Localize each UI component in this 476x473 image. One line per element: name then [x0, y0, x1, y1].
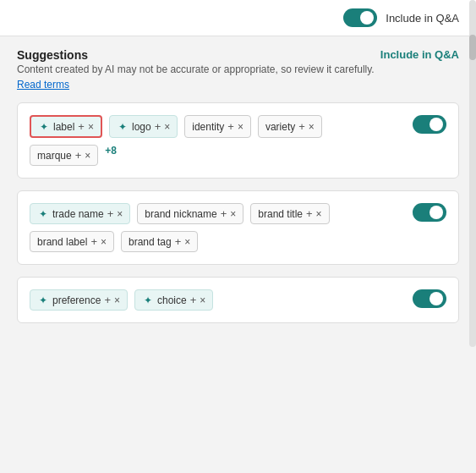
tag-identity-plus[interactable]: +: [227, 120, 234, 133]
tag-brand-label: brand label + ×: [30, 231, 114, 252]
more-badge-card1[interactable]: +8: [105, 145, 117, 166]
suggestions-title: Suggestions: [17, 48, 380, 62]
ai-icon-trade: ✦: [37, 208, 49, 220]
card-3: ✦ preference + × ✦ choice + ×: [17, 277, 459, 323]
tag-brand-nickname-plus[interactable]: +: [221, 207, 227, 220]
column-header: Include in Q&A: [380, 48, 459, 61]
tag-brand-nickname-text: brand nickname: [145, 208, 216, 220]
tag-brand-label-close[interactable]: ×: [101, 236, 107, 248]
top-bar: Include in Q&A: [0, 0, 476, 36]
tag-variety-close[interactable]: ×: [309, 121, 315, 133]
tag-label-text: label: [53, 121, 74, 133]
top-toggle-label: Include in Q&A: [386, 12, 459, 25]
tag-brand-label-plus[interactable]: +: [90, 235, 97, 248]
tag-brand-tag-close[interactable]: ×: [184, 236, 190, 248]
tag-choice-close[interactable]: ×: [200, 294, 205, 306]
card-2: ✦ trade name + × brand nickname + × bran…: [17, 190, 459, 265]
tag-trade-name-close[interactable]: ×: [117, 208, 123, 220]
card-3-toggle[interactable]: [413, 289, 446, 308]
tag-choice-plus[interactable]: +: [190, 294, 197, 306]
tag-brand-title: brand title + ×: [250, 203, 329, 224]
tag-trade-name: ✦ trade name + ×: [30, 203, 130, 224]
suggestions-subtitle: Content created by AI may not be accurat…: [17, 63, 380, 91]
tag-marque-plus[interactable]: +: [75, 149, 82, 162]
read-terms-link[interactable]: Read terms: [17, 79, 69, 91]
card-2-toggle[interactable]: [413, 203, 446, 222]
tag-marque-close[interactable]: ×: [85, 150, 90, 162]
tag-logo-close[interactable]: ×: [164, 121, 170, 133]
tag-marque-text: marque: [37, 150, 72, 162]
tag-brand-nickname-close[interactable]: ×: [230, 208, 236, 220]
content-area: Suggestions Content created by AI may no…: [0, 36, 476, 347]
tag-identity-close[interactable]: ×: [238, 121, 243, 133]
tag-brand-title-text: brand title: [258, 208, 303, 220]
tag-identity: identity + ×: [184, 115, 251, 138]
suggestions-info: Suggestions Content created by AI may no…: [17, 48, 380, 91]
tag-label-close[interactable]: ×: [88, 121, 94, 133]
tag-brand-tag-text: brand tag: [129, 236, 172, 248]
tag-variety: variety + ×: [258, 115, 322, 138]
tag-brand-title-plus[interactable]: +: [306, 207, 313, 220]
card-1-toggle[interactable]: [413, 115, 446, 134]
tag-brand-title-close[interactable]: ×: [316, 208, 322, 220]
tag-logo-text: logo: [132, 121, 151, 133]
tag-label-plus[interactable]: +: [78, 120, 85, 133]
card-2-tags: ✦ trade name + × brand nickname + × bran…: [30, 203, 446, 252]
tag-choice-text: choice: [157, 294, 187, 306]
tag-label: ✦ label + ×: [30, 115, 102, 138]
ai-icon: ✦: [38, 121, 50, 133]
tag-preference-plus[interactable]: +: [104, 294, 111, 306]
tag-marque: marque + ×: [30, 145, 98, 166]
tag-variety-plus[interactable]: +: [298, 120, 305, 133]
tag-identity-text: identity: [192, 121, 224, 133]
top-toggle[interactable]: [343, 8, 377, 27]
ai-icon-preference: ✦: [37, 294, 49, 306]
tag-brand-label-text: brand label: [37, 236, 87, 248]
tag-logo: ✦ logo + ×: [109, 115, 178, 138]
ai-icon-logo: ✦: [117, 121, 129, 133]
tag-logo-plus[interactable]: +: [155, 120, 161, 133]
suggestions-header-row: Suggestions Content created by AI may no…: [17, 48, 459, 91]
tag-brand-nickname: brand nickname + ×: [137, 203, 243, 224]
ai-icon-choice: ✦: [142, 294, 154, 306]
tag-preference: ✦ preference + ×: [30, 289, 128, 311]
tag-trade-name-text: trade name: [52, 208, 104, 220]
tag-brand-tag: brand tag + ×: [121, 231, 198, 252]
tag-variety-text: variety: [265, 121, 295, 133]
card-1-tags: ✦ label + × ✦ logo + × identity + ×: [30, 115, 446, 166]
card-3-tags: ✦ preference + × ✦ choice + ×: [30, 289, 446, 311]
suggestions-subtitle-text: Content created by AI may not be accurat…: [17, 63, 375, 75]
tag-choice: ✦ choice + ×: [134, 289, 213, 311]
card-1: ✦ label + × ✦ logo + × identity + ×: [17, 102, 459, 179]
scrollbar-thumb[interactable]: [469, 35, 476, 60]
tag-trade-name-plus[interactable]: +: [107, 207, 114, 220]
tag-preference-text: preference: [52, 294, 101, 306]
tag-brand-tag-plus[interactable]: +: [175, 235, 182, 248]
scrollbar[interactable]: [469, 0, 476, 347]
tag-preference-close[interactable]: ×: [114, 294, 120, 306]
